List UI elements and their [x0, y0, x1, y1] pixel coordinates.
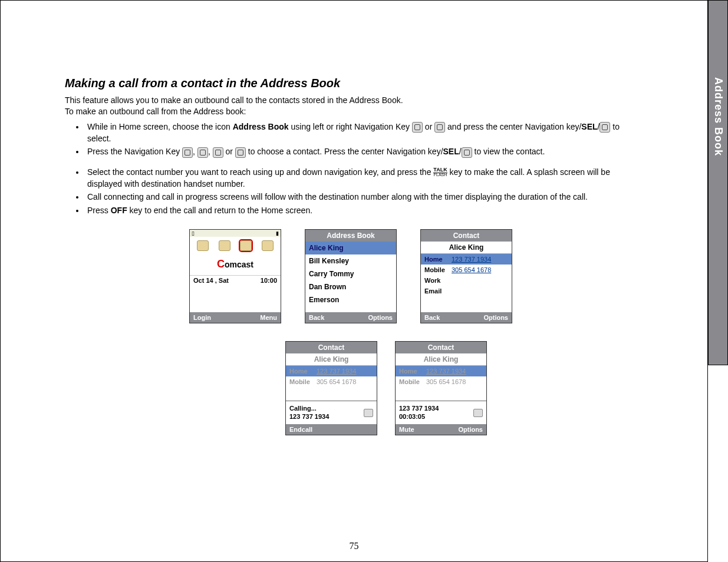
- date-time-row: Oct 14 , Sat 10:00: [190, 275, 281, 285]
- contact-field-mobile: Mobile 305 654 1678: [286, 376, 377, 387]
- talk-flash-key-icon: TALKFLASH: [433, 167, 447, 177]
- screens-row-1: ▯▮ Comcast Oct 14 , Sat 10:00 Login Menu…: [65, 229, 637, 323]
- address-book-app-icon: [240, 240, 252, 251]
- softkey-left: Back: [309, 314, 324, 321]
- home-icons: [190, 237, 281, 253]
- contact-field-email: Email: [421, 286, 512, 296]
- content-area: Making a call from a contact in the Addr…: [65, 77, 637, 435]
- screen-title: Address Book: [305, 230, 396, 242]
- nav-left-icon: [213, 147, 223, 158]
- screen-address-book: Address Book Alice King Bill Kensley Car…: [305, 229, 397, 323]
- home-app-icon: [197, 240, 209, 251]
- intro-line-2: To make an outbound call from the Addres…: [65, 106, 637, 117]
- calling-number: 123 737 1934: [289, 413, 329, 421]
- softkey-left: Mute: [399, 426, 414, 433]
- home-app-icon: [262, 240, 274, 251]
- home-app-icon: [219, 240, 230, 251]
- page-number: 75: [0, 541, 708, 551]
- screen-title: Contact: [286, 342, 377, 353]
- softkey-bar: Back Options: [305, 312, 396, 323]
- side-tab-label: Address Book: [712, 77, 724, 156]
- contact-row: Dan Brown: [305, 280, 396, 293]
- screen-title: Contact: [421, 230, 512, 242]
- nav-center-icon: [599, 122, 610, 133]
- side-tab: Address Book: [708, 0, 728, 365]
- softkey-right: Options: [368, 314, 393, 321]
- contact-field-home: Home 123 737 1934: [286, 366, 377, 376]
- incall-overlay: 123 737 1934 00:03:05: [396, 401, 486, 424]
- calling-overlay: Calling... 123 737 1934: [286, 401, 377, 424]
- screens-row-2: Contact Alice King Home 123 737 1934 Mob…: [65, 341, 637, 435]
- bullet-5: Press OFF key to end the call and return…: [85, 204, 637, 216]
- nav-center-icon: [462, 147, 472, 158]
- contact-name: Alice King: [421, 242, 512, 254]
- screen-calling: Contact Alice King Home 123 737 1934 Mob…: [285, 341, 377, 435]
- contact-name: Alice King: [286, 353, 377, 366]
- softkey-bar: Mute Options: [396, 424, 486, 435]
- time-text: 10:00: [261, 277, 277, 284]
- calling-status: Calling...: [289, 405, 329, 412]
- bullet-1: While in Home screen, choose the icon Ad…: [85, 121, 637, 145]
- softkey-left: Back: [424, 314, 440, 321]
- screen-home: ▯▮ Comcast Oct 14 , Sat 10:00 Login Menu: [189, 229, 281, 323]
- contact-row: Emerson: [305, 293, 396, 306]
- softkey-bar: Back Options: [421, 312, 512, 323]
- incall-timer: 00:03:05: [399, 413, 439, 421]
- softkey-left: Login: [193, 314, 211, 321]
- softkey-right: Options: [483, 314, 508, 321]
- bullet-2: Press the Navigation Key , , or to choos…: [85, 146, 637, 157]
- contact-field-home: Home 123 737 1934: [421, 254, 512, 265]
- brand-logo: Comcast: [190, 253, 281, 275]
- incall-number: 123 737 1934: [399, 405, 439, 412]
- date-text: Oct 14 , Sat: [193, 277, 229, 284]
- softkey-bar: Endcall: [286, 424, 377, 435]
- contact-name: Alice King: [396, 353, 486, 366]
- nav-down-icon: [197, 147, 208, 158]
- instruction-list: While in Home screen, choose the icon Ad…: [85, 121, 637, 216]
- contact-row: Bill Kensley: [305, 254, 396, 267]
- softkey-bar: Login Menu: [190, 312, 281, 323]
- nav-right-icon: [235, 147, 246, 158]
- softkey-left: Endcall: [289, 426, 312, 433]
- contact-field-work: Work: [421, 275, 512, 286]
- handset-icon: [364, 409, 373, 417]
- contact-field-mobile: Mobile 305 654 1678: [421, 265, 512, 275]
- screen-title: Contact: [396, 342, 486, 353]
- nav-left-icon: [412, 122, 423, 133]
- contact-field-mobile: Mobile 305 654 1678: [396, 376, 486, 387]
- nav-up-icon: [182, 147, 193, 158]
- intro-line-1: This feature allows you to make an outbo…: [65, 95, 637, 106]
- bullet-4: Call connecting and call in progress scr…: [85, 191, 637, 203]
- screen-in-call: Contact Alice King Home 123 737 1934 Mob…: [395, 341, 487, 435]
- nav-right-icon: [434, 122, 445, 133]
- page-title: Making a call from a contact in the Addr…: [65, 77, 637, 90]
- contact-row: Carry Tommy: [305, 267, 396, 280]
- status-bar: ▯▮: [190, 230, 281, 237]
- handset-icon: [473, 409, 483, 417]
- softkey-right: Menu: [260, 314, 277, 321]
- contact-row: Alice King: [305, 242, 396, 254]
- screen-contact-detail: Contact Alice King Home 123 737 1934 Mob…: [420, 229, 512, 323]
- softkey-right: Options: [458, 426, 483, 433]
- contact-field-home: Home 123 737 1934: [396, 366, 486, 376]
- bullet-3: Select the contact number you want to re…: [85, 166, 637, 190]
